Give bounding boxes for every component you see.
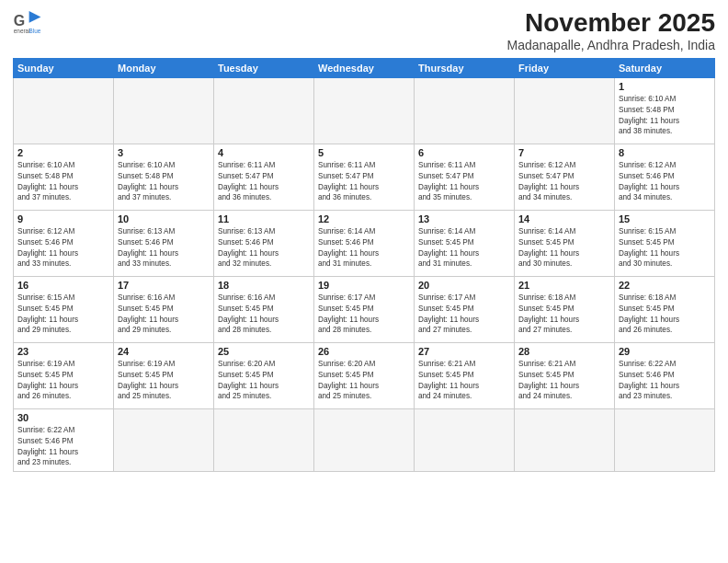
- table-row: 15Sunrise: 6:15 AMSunset: 5:45 PMDayligh…: [615, 210, 715, 276]
- day-info: Sunrise: 6:16 AMSunset: 5:45 PMDaylight:…: [118, 293, 210, 337]
- day-number: 10: [118, 213, 210, 224]
- day-number: 1: [619, 81, 711, 92]
- day-number: 18: [218, 280, 310, 291]
- day-number: 8: [619, 147, 711, 158]
- table-row: 30Sunrise: 6:22 AMSunset: 5:46 PMDayligh…: [14, 408, 114, 472]
- day-info: Sunrise: 6:22 AMSunset: 5:46 PMDaylight:…: [619, 359, 711, 403]
- day-number: 11: [218, 213, 310, 224]
- table-row: 6Sunrise: 6:11 AMSunset: 5:47 PMDaylight…: [415, 144, 515, 210]
- day-info: Sunrise: 6:12 AMSunset: 5:47 PMDaylight:…: [518, 160, 610, 204]
- table-row: 17Sunrise: 6:16 AMSunset: 5:45 PMDayligh…: [114, 276, 214, 342]
- day-info: Sunrise: 6:15 AMSunset: 5:45 PMDaylight:…: [17, 293, 109, 337]
- col-sunday: Sunday: [14, 58, 114, 77]
- table-row: 1Sunrise: 6:10 AMSunset: 5:48 PMDaylight…: [615, 77, 715, 144]
- col-tuesday: Tuesday: [214, 58, 314, 77]
- day-number: 9: [17, 213, 109, 224]
- col-wednesday: Wednesday: [314, 58, 415, 77]
- day-info: Sunrise: 6:18 AMSunset: 5:45 PMDaylight:…: [619, 293, 711, 337]
- day-info: Sunrise: 6:18 AMSunset: 5:45 PMDaylight:…: [518, 293, 610, 337]
- day-number: 28: [518, 346, 610, 357]
- day-info: Sunrise: 6:19 AMSunset: 5:45 PMDaylight:…: [118, 359, 210, 403]
- month-title: November 2025: [507, 9, 716, 38]
- day-number: 24: [118, 346, 210, 357]
- table-row: 19Sunrise: 6:17 AMSunset: 5:45 PMDayligh…: [314, 276, 415, 342]
- day-info: Sunrise: 6:10 AMSunset: 5:48 PMDaylight:…: [118, 160, 210, 204]
- table-row: [415, 77, 515, 144]
- table-row: 20Sunrise: 6:17 AMSunset: 5:45 PMDayligh…: [415, 276, 515, 342]
- day-number: 20: [418, 280, 510, 291]
- table-row: 28Sunrise: 6:21 AMSunset: 5:45 PMDayligh…: [515, 342, 615, 408]
- table-row: 10Sunrise: 6:13 AMSunset: 5:46 PMDayligh…: [114, 210, 214, 276]
- table-row: 21Sunrise: 6:18 AMSunset: 5:45 PMDayligh…: [515, 276, 615, 342]
- calendar-table: Sunday Monday Tuesday Wednesday Thursday…: [13, 58, 715, 473]
- day-info: Sunrise: 6:14 AMSunset: 5:45 PMDaylight:…: [418, 226, 510, 270]
- day-number: 23: [17, 346, 109, 357]
- title-block: November 2025 Madanapalle, Andhra Prades…: [507, 9, 716, 52]
- col-friday: Friday: [515, 58, 615, 77]
- table-row: 27Sunrise: 6:21 AMSunset: 5:45 PMDayligh…: [415, 342, 515, 408]
- day-info: Sunrise: 6:21 AMSunset: 5:45 PMDaylight:…: [418, 359, 510, 403]
- day-info: Sunrise: 6:19 AMSunset: 5:45 PMDaylight:…: [17, 359, 109, 403]
- calendar-header-row: Sunday Monday Tuesday Wednesday Thursday…: [14, 58, 715, 77]
- table-row: [515, 408, 615, 472]
- table-row: 16Sunrise: 6:15 AMSunset: 5:45 PMDayligh…: [14, 276, 114, 342]
- day-number: 14: [518, 213, 610, 224]
- table-row: [14, 77, 114, 144]
- table-row: 5Sunrise: 6:11 AMSunset: 5:47 PMDaylight…: [314, 144, 415, 210]
- day-info: Sunrise: 6:21 AMSunset: 5:45 PMDaylight:…: [518, 359, 610, 403]
- day-info: Sunrise: 6:14 AMSunset: 5:45 PMDaylight:…: [518, 226, 610, 270]
- day-info: Sunrise: 6:17 AMSunset: 5:45 PMDaylight:…: [318, 293, 410, 337]
- day-number: 17: [118, 280, 210, 291]
- table-row: [415, 408, 515, 472]
- col-monday: Monday: [114, 58, 214, 77]
- table-row: 26Sunrise: 6:20 AMSunset: 5:45 PMDayligh…: [314, 342, 415, 408]
- table-row: 25Sunrise: 6:20 AMSunset: 5:45 PMDayligh…: [214, 342, 314, 408]
- day-info: Sunrise: 6:12 AMSunset: 5:46 PMDaylight:…: [17, 226, 109, 270]
- col-saturday: Saturday: [615, 58, 715, 77]
- table-row: 11Sunrise: 6:13 AMSunset: 5:46 PMDayligh…: [214, 210, 314, 276]
- day-number: 25: [218, 346, 310, 357]
- table-row: [214, 77, 314, 144]
- svg-text:G: G: [14, 13, 25, 29]
- day-info: Sunrise: 6:17 AMSunset: 5:45 PMDaylight:…: [418, 293, 510, 337]
- day-info: Sunrise: 6:20 AMSunset: 5:45 PMDaylight:…: [318, 359, 410, 403]
- day-number: 7: [518, 147, 610, 158]
- table-row: 7Sunrise: 6:12 AMSunset: 5:47 PMDaylight…: [515, 144, 615, 210]
- day-info: Sunrise: 6:15 AMSunset: 5:45 PMDaylight:…: [619, 226, 711, 270]
- day-info: Sunrise: 6:16 AMSunset: 5:45 PMDaylight:…: [218, 293, 310, 337]
- day-number: 13: [418, 213, 510, 224]
- location: Madanapalle, Andhra Pradesh, India: [507, 38, 716, 52]
- logo-icon: G eneral Blue: [13, 9, 42, 35]
- table-row: [214, 408, 314, 472]
- table-row: 22Sunrise: 6:18 AMSunset: 5:45 PMDayligh…: [615, 276, 715, 342]
- day-info: Sunrise: 6:22 AMSunset: 5:46 PMDaylight:…: [17, 425, 109, 469]
- svg-text:Blue: Blue: [29, 28, 41, 34]
- day-number: 2: [17, 147, 109, 158]
- day-info: Sunrise: 6:11 AMSunset: 5:47 PMDaylight:…: [318, 160, 410, 204]
- day-info: Sunrise: 6:11 AMSunset: 5:47 PMDaylight:…: [418, 160, 510, 204]
- svg-text:eneral: eneral: [14, 28, 30, 34]
- day-info: Sunrise: 6:11 AMSunset: 5:47 PMDaylight:…: [218, 160, 310, 204]
- day-number: 19: [318, 280, 410, 291]
- day-info: Sunrise: 6:13 AMSunset: 5:46 PMDaylight:…: [118, 226, 210, 270]
- day-number: 27: [418, 346, 510, 357]
- table-row: 14Sunrise: 6:14 AMSunset: 5:45 PMDayligh…: [515, 210, 615, 276]
- table-row: 12Sunrise: 6:14 AMSunset: 5:46 PMDayligh…: [314, 210, 415, 276]
- day-number: 21: [518, 280, 610, 291]
- table-row: 2Sunrise: 6:10 AMSunset: 5:48 PMDaylight…: [14, 144, 114, 210]
- table-row: [114, 77, 214, 144]
- table-row: [615, 408, 715, 472]
- day-number: 16: [17, 280, 109, 291]
- day-number: 30: [17, 412, 109, 423]
- day-number: 15: [619, 213, 711, 224]
- table-row: [114, 408, 214, 472]
- day-info: Sunrise: 6:10 AMSunset: 5:48 PMDaylight:…: [17, 160, 109, 204]
- day-number: 29: [619, 346, 711, 357]
- day-number: 12: [318, 213, 410, 224]
- table-row: 29Sunrise: 6:22 AMSunset: 5:46 PMDayligh…: [615, 342, 715, 408]
- table-row: 13Sunrise: 6:14 AMSunset: 5:45 PMDayligh…: [415, 210, 515, 276]
- table-row: 24Sunrise: 6:19 AMSunset: 5:45 PMDayligh…: [114, 342, 214, 408]
- day-info: Sunrise: 6:12 AMSunset: 5:46 PMDaylight:…: [619, 160, 711, 204]
- day-number: 5: [318, 147, 410, 158]
- day-number: 3: [118, 147, 210, 158]
